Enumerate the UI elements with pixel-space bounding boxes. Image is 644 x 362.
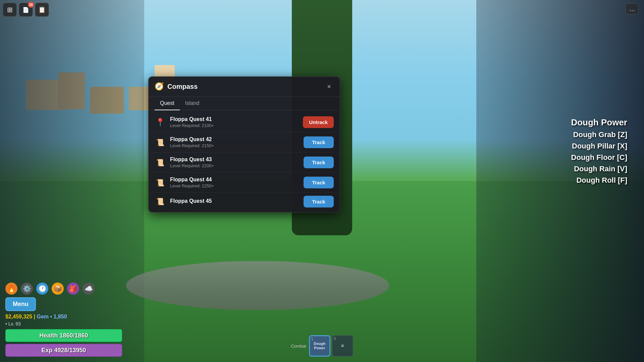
scroll-icon: 📜 (156, 197, 164, 205)
quest-41-untrack-button[interactable]: Untrack (303, 116, 334, 128)
quest-44-icon: 📜 (155, 177, 165, 188)
quest-42-level: Level Required: 2150+ (170, 143, 299, 148)
gold-amount: $2,459,325 (5, 314, 32, 319)
clock-icon-button[interactable]: 🕐 (36, 283, 48, 295)
roblox-icon-button[interactable]: ⊞ (3, 3, 17, 17)
modal-close-button[interactable]: × (324, 81, 334, 92)
settings-icon-button[interactable]: ⚙️ (21, 283, 33, 295)
skill-item-dough-rain[interactable]: Dough Rain [V] (571, 165, 627, 173)
tab-quest[interactable]: Quest (155, 97, 180, 110)
quest-41-level: Level Required: 2100+ (170, 123, 298, 128)
quest-43-level: Level Required: 2200+ (170, 163, 299, 168)
quest-44-info: Floppa Quest 44 Level Required: 2250+ (170, 177, 299, 188)
currency-row: $2,459,325 | Gem • 1,850 (5, 314, 122, 320)
quest-45-icon: 📜 (155, 196, 165, 207)
hotbar: Combat 1 Dough Power 3 ⚔ (291, 335, 353, 357)
quest-45-track-button[interactable]: Track (304, 196, 334, 207)
quest-43-info: Floppa Quest 43 Level Required: 2200+ (170, 157, 299, 168)
quest-41-icon: 📍 (155, 117, 165, 128)
scroll-icon: 📜 (156, 179, 164, 187)
quest-44-level: Level Required: 2250+ (170, 183, 299, 188)
quest-item-41: 📍 Floppa Quest 41 Level Required: 2100+ … (149, 112, 340, 132)
quest-43-track-button[interactable]: Track (304, 157, 334, 168)
top-left-ui: ⊞ 📄 39 📋 (3, 3, 49, 17)
quest-42-name: Floppa Quest 42 (170, 136, 299, 142)
level-row: • Lv. 93 (5, 321, 122, 326)
hotbar-slot-1[interactable]: 1 Dough Power (309, 335, 330, 357)
scroll-icon: 📜 (156, 159, 164, 167)
quest-45-name: Floppa Quest 45 (170, 198, 299, 204)
quest-44-name: Floppa Quest 44 (170, 177, 299, 183)
health-label: Health 1860/1860 (39, 332, 88, 339)
combat-label: Combat (291, 344, 306, 349)
skills-list: Dough Power Dough Grab [Z] Dough Pillar … (571, 117, 627, 187)
skill-item-dough-power[interactable]: Dough Power (571, 117, 627, 128)
chest-icon-button[interactable]: 📦 (52, 283, 64, 295)
backpack-icon-button[interactable]: 🎒 (67, 283, 79, 295)
gem-amount: Gem • 1,850 (37, 314, 67, 319)
modal-header: 🧭 Compass × (149, 77, 340, 97)
cloud-icon-button[interactable]: ☁️ (83, 283, 95, 295)
fire-icon-button[interactable]: 🔥 (5, 283, 17, 295)
clipboard-button[interactable]: 📋 (35, 3, 49, 17)
hotbar-slot-3-content: ⚔ (341, 344, 344, 348)
quest-42-info: Floppa Quest 42 Level Required: 2150+ (170, 136, 299, 148)
skill-item-dough-grab[interactable]: Dough Grab [Z] (571, 130, 627, 139)
quest-42-track-button[interactable]: Track (304, 136, 334, 148)
quest-44-track-button[interactable]: Track (304, 177, 334, 188)
scroll-icon: 📜 (156, 138, 164, 146)
quest-item-42: 📜 Floppa Quest 42 Level Required: 2150+ … (149, 132, 340, 153)
quest-41-info: Floppa Quest 41 Level Required: 2100+ (170, 116, 298, 128)
quest-41-name: Floppa Quest 41 (170, 116, 298, 122)
location-pin-icon: 📍 (156, 118, 165, 127)
level-display: • Lv. 93 (5, 321, 21, 326)
modal-title: Compass (167, 83, 198, 90)
hotbar-slot-3-number: 3 (334, 337, 336, 341)
skill-item-dough-floor[interactable]: Dough Floor [C] (571, 153, 627, 162)
quest-45-info: Floppa Quest 45 (170, 198, 299, 205)
hotbar-slot-3[interactable]: 3 ⚔ (332, 335, 353, 357)
top-right-ui: ... (626, 3, 639, 14)
menu-button[interactable]: Menu (5, 297, 36, 311)
hotbar-slot-1-content: Dough Power (314, 342, 325, 350)
bottom-icons-row: 🔥 ⚙️ 🕐 📦 🎒 ☁️ (5, 283, 122, 295)
quest-list: 📍 Floppa Quest 41 Level Required: 2100+ … (149, 110, 340, 212)
notification-badge: 39 (28, 2, 34, 8)
bottom-left-ui: 🔥 ⚙️ 🕐 📦 🎒 ☁️ Menu $2,459,325 | Gem • 1,… (0, 283, 127, 362)
notifications-button[interactable]: 📄 39 (19, 3, 33, 17)
exp-label: Exp 4928/13950 (41, 347, 86, 354)
health-bar: Health 1860/1860 (5, 329, 122, 342)
compass-modal: 🧭 Compass × Quest Island 📍 Floppa Quest (148, 76, 340, 213)
quest-item-43: 📜 Floppa Quest 43 Level Required: 2200+ … (149, 153, 340, 173)
settings-dots-button[interactable]: ... (626, 3, 639, 14)
quest-42-icon: 📜 (155, 137, 165, 148)
quest-item-45: 📜 Floppa Quest 45 Track (149, 193, 340, 210)
quest-43-icon: 📜 (155, 157, 165, 168)
modal-title-area: 🧭 Compass (155, 82, 198, 92)
compass-icon: 🧭 (155, 82, 164, 92)
quest-item-44: 📜 Floppa Quest 44 Level Required: 2250+ … (149, 173, 340, 193)
hotbar-slot-1-number: 1 (311, 337, 313, 341)
tab-island[interactable]: Island (180, 97, 205, 110)
skill-item-dough-pillar[interactable]: Dough Pillar [X] (571, 142, 627, 150)
exp-bar: Exp 4928/13950 (5, 344, 122, 357)
quest-43-name: Floppa Quest 43 (170, 157, 299, 163)
skill-item-dough-roll[interactable]: Dough Roll [F] (571, 176, 627, 185)
modal-tabs: Quest Island (149, 97, 340, 110)
